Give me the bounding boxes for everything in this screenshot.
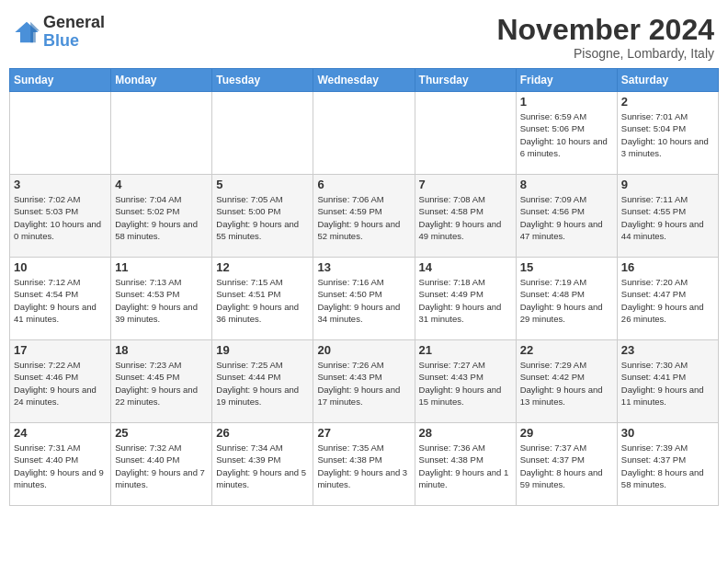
day-number: 2	[621, 95, 714, 109]
table-row: 29Sunrise: 7:37 AM Sunset: 4:37 PM Dayli…	[516, 423, 617, 506]
table-row	[212, 92, 313, 175]
day-number: 3	[14, 178, 107, 191]
table-row: 27Sunrise: 7:35 AM Sunset: 4:38 PM Dayli…	[313, 423, 415, 506]
table-row: 11Sunrise: 7:13 AM Sunset: 4:53 PM Dayli…	[111, 258, 212, 340]
table-row: 17Sunrise: 7:22 AM Sunset: 4:46 PM Dayli…	[10, 340, 111, 423]
table-row: 8Sunrise: 7:09 AM Sunset: 4:56 PM Daylig…	[516, 175, 617, 258]
day-info: Sunrise: 7:37 AM Sunset: 4:37 PM Dayligh…	[520, 442, 613, 490]
day-number: 5	[216, 178, 309, 191]
day-info: Sunrise: 7:04 AM Sunset: 5:02 PM Dayligh…	[115, 193, 208, 242]
table-row: 21Sunrise: 7:27 AM Sunset: 4:43 PM Dayli…	[415, 340, 516, 423]
day-number: 23	[621, 343, 714, 357]
table-row	[415, 92, 516, 175]
day-info: Sunrise: 7:18 AM Sunset: 4:49 PM Dayligh…	[419, 276, 512, 325]
day-info: Sunrise: 7:31 AM Sunset: 4:40 PM Dayligh…	[14, 442, 107, 490]
day-info: Sunrise: 7:20 AM Sunset: 4:47 PM Dayligh…	[621, 276, 714, 325]
header-monday: Monday	[111, 69, 212, 92]
logo-blue-text: Blue	[43, 32, 105, 51]
day-info: Sunrise: 7:34 AM Sunset: 4:39 PM Dayligh…	[216, 442, 309, 490]
logo-general-text: General	[43, 14, 105, 32]
calendar-week-row: 10Sunrise: 7:12 AM Sunset: 4:54 PM Dayli…	[10, 258, 719, 340]
day-number: 9	[621, 178, 714, 191]
day-info: Sunrise: 7:22 AM Sunset: 4:46 PM Dayligh…	[14, 359, 107, 408]
location-text: Pisogne, Lombardy, Italy	[496, 46, 714, 61]
table-row: 9Sunrise: 7:11 AM Sunset: 4:55 PM Daylig…	[617, 175, 718, 258]
calendar-week-row: 17Sunrise: 7:22 AM Sunset: 4:46 PM Dayli…	[10, 340, 719, 423]
calendar-table: Sunday Monday Tuesday Wednesday Thursday…	[9, 68, 719, 506]
table-row: 1Sunrise: 6:59 AM Sunset: 5:06 PM Daylig…	[516, 92, 617, 175]
logo-icon	[14, 19, 40, 45]
calendar-week-row: 1Sunrise: 6:59 AM Sunset: 5:06 PM Daylig…	[10, 92, 719, 175]
table-row: 15Sunrise: 7:19 AM Sunset: 4:48 PM Dayli…	[516, 258, 617, 340]
day-number: 12	[216, 260, 309, 274]
day-info: Sunrise: 7:16 AM Sunset: 4:50 PM Dayligh…	[317, 276, 410, 325]
header-saturday: Saturday	[617, 69, 718, 92]
day-info: Sunrise: 7:11 AM Sunset: 4:55 PM Dayligh…	[621, 193, 714, 242]
table-row: 18Sunrise: 7:23 AM Sunset: 4:45 PM Dayli…	[111, 340, 212, 423]
day-number: 11	[115, 260, 208, 274]
day-number: 27	[317, 426, 410, 440]
table-row: 2Sunrise: 7:01 AM Sunset: 5:04 PM Daylig…	[617, 92, 718, 175]
table-row: 19Sunrise: 7:25 AM Sunset: 4:44 PM Dayli…	[212, 340, 313, 423]
day-info: Sunrise: 7:09 AM Sunset: 4:56 PM Dayligh…	[520, 193, 613, 242]
day-number: 10	[14, 260, 107, 274]
calendar-week-row: 24Sunrise: 7:31 AM Sunset: 4:40 PM Dayli…	[10, 423, 719, 506]
table-row: 28Sunrise: 7:36 AM Sunset: 4:38 PM Dayli…	[415, 423, 516, 506]
day-info: Sunrise: 7:25 AM Sunset: 4:44 PM Dayligh…	[216, 359, 309, 408]
day-number: 29	[520, 426, 613, 440]
day-number: 15	[520, 260, 613, 274]
day-number: 20	[317, 343, 410, 357]
table-row: 14Sunrise: 7:18 AM Sunset: 4:49 PM Dayli…	[415, 258, 516, 340]
day-number: 4	[115, 178, 208, 191]
day-info: Sunrise: 7:29 AM Sunset: 4:42 PM Dayligh…	[520, 359, 613, 408]
table-row	[313, 92, 415, 175]
table-row: 12Sunrise: 7:15 AM Sunset: 4:51 PM Dayli…	[212, 258, 313, 340]
day-number: 7	[419, 178, 512, 191]
day-info: Sunrise: 7:36 AM Sunset: 4:38 PM Dayligh…	[419, 442, 512, 490]
day-info: Sunrise: 7:30 AM Sunset: 4:41 PM Dayligh…	[621, 359, 714, 408]
day-number: 26	[216, 426, 309, 440]
table-row: 16Sunrise: 7:20 AM Sunset: 4:47 PM Dayli…	[617, 258, 718, 340]
table-row: 20Sunrise: 7:26 AM Sunset: 4:43 PM Dayli…	[313, 340, 415, 423]
table-row	[111, 92, 212, 175]
day-number: 30	[621, 426, 714, 440]
table-row: 25Sunrise: 7:32 AM Sunset: 4:40 PM Dayli…	[111, 423, 212, 506]
table-row: 10Sunrise: 7:12 AM Sunset: 4:54 PM Dayli…	[10, 258, 111, 340]
table-row: 4Sunrise: 7:04 AM Sunset: 5:02 PM Daylig…	[111, 175, 212, 258]
day-number: 17	[14, 343, 107, 357]
day-info: Sunrise: 7:23 AM Sunset: 4:45 PM Dayligh…	[115, 359, 208, 408]
header-thursday: Thursday	[415, 69, 516, 92]
day-info: Sunrise: 7:05 AM Sunset: 5:00 PM Dayligh…	[216, 193, 309, 242]
day-number: 21	[419, 343, 512, 357]
table-row: 13Sunrise: 7:16 AM Sunset: 4:50 PM Dayli…	[313, 258, 415, 340]
day-info: Sunrise: 7:27 AM Sunset: 4:43 PM Dayligh…	[419, 359, 512, 408]
day-number: 18	[115, 343, 208, 357]
day-number: 1	[520, 95, 613, 109]
day-info: Sunrise: 6:59 AM Sunset: 5:06 PM Dayligh…	[520, 110, 613, 159]
day-number: 25	[115, 426, 208, 440]
day-number: 19	[216, 343, 309, 357]
table-row: 3Sunrise: 7:02 AM Sunset: 5:03 PM Daylig…	[10, 175, 111, 258]
day-number: 16	[621, 260, 714, 274]
day-info: Sunrise: 7:06 AM Sunset: 4:59 PM Dayligh…	[317, 193, 410, 242]
day-info: Sunrise: 7:39 AM Sunset: 4:37 PM Dayligh…	[621, 442, 714, 490]
table-row: 23Sunrise: 7:30 AM Sunset: 4:41 PM Dayli…	[617, 340, 718, 423]
day-number: 28	[419, 426, 512, 440]
day-info: Sunrise: 7:15 AM Sunset: 4:51 PM Dayligh…	[216, 276, 309, 325]
table-row: 5Sunrise: 7:05 AM Sunset: 5:00 PM Daylig…	[212, 175, 313, 258]
day-info: Sunrise: 7:19 AM Sunset: 4:48 PM Dayligh…	[520, 276, 613, 325]
page-header: General Blue November 2024 Pisogne, Lomb…	[9, 9, 719, 61]
day-number: 24	[14, 426, 107, 440]
calendar-week-row: 3Sunrise: 7:02 AM Sunset: 5:03 PM Daylig…	[10, 175, 719, 258]
day-number: 8	[520, 178, 613, 191]
table-row: 6Sunrise: 7:06 AM Sunset: 4:59 PM Daylig…	[313, 175, 415, 258]
day-info: Sunrise: 7:12 AM Sunset: 4:54 PM Dayligh…	[14, 276, 107, 325]
month-title: November 2024	[496, 14, 714, 46]
header-tuesday: Tuesday	[212, 69, 313, 92]
day-number: 22	[520, 343, 613, 357]
table-row: 22Sunrise: 7:29 AM Sunset: 4:42 PM Dayli…	[516, 340, 617, 423]
day-info: Sunrise: 7:26 AM Sunset: 4:43 PM Dayligh…	[317, 359, 410, 408]
day-info: Sunrise: 7:35 AM Sunset: 4:38 PM Dayligh…	[317, 442, 410, 490]
day-number: 13	[317, 260, 410, 274]
table-row: 30Sunrise: 7:39 AM Sunset: 4:37 PM Dayli…	[617, 423, 718, 506]
